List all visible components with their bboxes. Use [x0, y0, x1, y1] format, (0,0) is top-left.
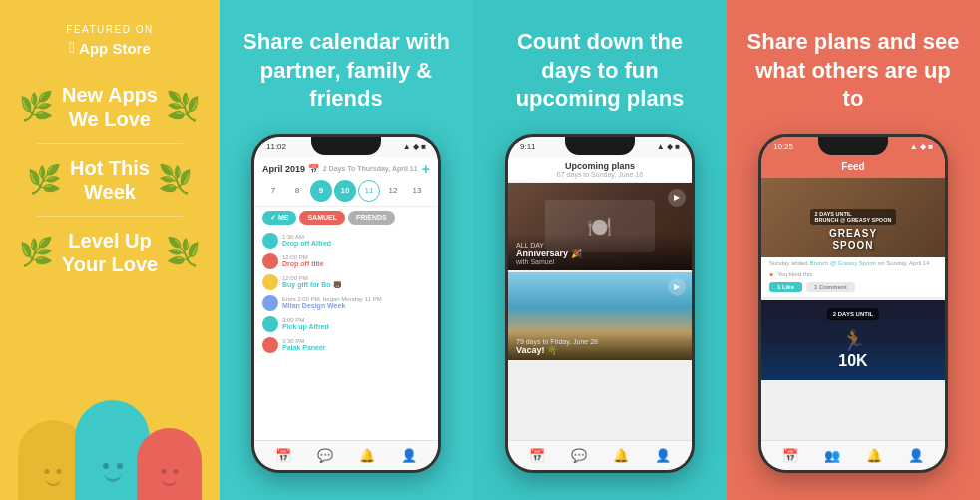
tab-samuel[interactable]: SAMUEL — [299, 211, 345, 225]
calendar-tabs: ✓ ME SAMUEL FRIENDS — [254, 207, 438, 229]
phone-screen-2: 11:02 ▲ ◆ ■ April 2019 📅 2 Days To Thurs… — [254, 137, 438, 470]
plan-arrow-2[interactable]: ▶ — [668, 278, 686, 296]
featured-on-label: FEATURED ON — [66, 24, 153, 35]
nav-calendar-icon[interactable]: 📅 — [275, 448, 291, 463]
apple-logo-icon:  — [69, 39, 75, 57]
event-title-4: Milan Design Week — [282, 302, 430, 309]
cal-day-7: 7 — [262, 180, 284, 202]
cal-day-12: 12 — [382, 180, 404, 202]
event-avatar-1 — [262, 233, 278, 249]
plan-arrow-1[interactable]: ▶ — [668, 189, 686, 207]
nav-user-icon[interactable]: 👤 — [401, 448, 417, 463]
laurel-left-3-icon: 🌿 — [19, 239, 54, 266]
running-image: 2 DAYS UNTIL 10K 🏃 — [761, 300, 945, 380]
event-5: 3:00 PM Pick up Alfred — [262, 316, 430, 332]
divider-1 — [37, 143, 183, 144]
arrow-icon-2: ▶ — [674, 282, 680, 291]
event-info-3: 12:00 PM Buy gift for Bo 🐻 — [282, 275, 430, 289]
phone-nav-2: 📅 💬 🔔 👤 — [254, 440, 438, 470]
tab-friends[interactable]: FRIENDS — [348, 211, 395, 225]
event-title-6: Palak Paneer — [282, 344, 430, 351]
app-store-row:  App Store — [69, 39, 151, 57]
panel-plans: Count down the days to fun upcoming plan… — [473, 0, 727, 500]
char-red — [137, 428, 202, 500]
plan-name-2: Vacay! 🌴 — [516, 345, 684, 355]
cal-month-label: April 2019 📅 — [262, 164, 319, 174]
phone-notch-2 — [311, 137, 381, 155]
heart-icon: ♥ — [769, 271, 773, 278]
cal-day-11[interactable]: 11 — [358, 180, 380, 202]
panel-calendar: Share calendar with partner, family & fr… — [220, 0, 473, 500]
cal-day-10[interactable]: 10 — [334, 180, 356, 202]
laurel-right-icon: 🌿 — [166, 93, 201, 121]
cal-month-row: April 2019 📅 2 Days To Thursday, April 1… — [262, 161, 430, 177]
feed-user-1: Sunday added — [769, 260, 809, 266]
award-new-apps: 🌿 New AppsWe Love 🌿 — [19, 83, 201, 131]
cal-day-9[interactable]: 9 — [310, 180, 332, 202]
phone-plans: 9:11 ▲ ◆ ■ Upcoming plans 67 days to Sun… — [505, 134, 695, 473]
panel-feed: Share plans and see what others are up t… — [727, 0, 980, 500]
event-1: 1:30 AM Drop off Alfred — [262, 233, 430, 249]
days-until-badge: 2 DAYS UNTILBrunch @ Greasy Spoon — [810, 209, 897, 225]
award-level-up-label: Level UpYour Love — [62, 229, 158, 276]
feed-image-1: 2 DAYS UNTILBrunch @ Greasy Spoon GREASY… — [761, 178, 945, 257]
signal-icons-4: ▲ ◆ ■ — [910, 142, 933, 151]
nav-feed-icon-4[interactable]: 👥 — [824, 448, 840, 463]
award-hot-week-label: Hot ThisWeek — [70, 156, 150, 204]
cal-days-row: 7 8 9 10 11 12 13 — [262, 180, 430, 202]
nav-bell-icon-3[interactable]: 🔔 — [613, 448, 629, 463]
nav-user-icon-3[interactable]: 👤 — [655, 448, 671, 463]
calendar-header: April 2019 📅 2 Days To Thursday, April 1… — [254, 157, 438, 207]
cal-add-icon[interactable]: + — [422, 161, 430, 177]
plans-subtitle: 67 days to Sunday, June 16 — [516, 171, 684, 178]
nav-bell-icon[interactable]: 🔔 — [359, 448, 375, 463]
signal-icons-3: ▲ ◆ ■ — [657, 142, 680, 151]
plans-header: Upcoming plans 67 days to Sunday, June 1… — [508, 157, 692, 183]
like-button-1[interactable]: 1 Like — [769, 282, 802, 292]
time-3: 9:11 — [520, 142, 536, 151]
nav-calendar-icon-3[interactable]: 📅 — [529, 448, 545, 463]
feed-date-1: on Sunday, April 14 — [876, 260, 929, 266]
phone-notch-3 — [565, 137, 635, 155]
plans-title: Upcoming plans — [516, 161, 684, 171]
phone-nav-3: 📅 💬 🔔 👤 — [508, 440, 692, 470]
calendar-events: 1:30 AM Drop off Alfred 12:00 PM Drop of… — [254, 229, 438, 362]
running-days-badge: 2 DAYS UNTIL — [827, 308, 879, 320]
panel-featured: FEATURED ON  App Store 🌿 New AppsWe Lov… — [0, 0, 220, 500]
event-title-1: Drop off Alfred — [282, 240, 430, 247]
nav-chat-icon[interactable]: 💬 — [317, 448, 333, 463]
characters-row — [0, 400, 220, 500]
event-title-2: Drop off title — [282, 260, 430, 267]
panel-3-headline: Count down the days to fun upcoming plan… — [489, 28, 711, 114]
arrow-icon-1: ▶ — [674, 193, 680, 202]
event-title-3: Buy gift for Bo 🐻 — [282, 281, 430, 289]
comment-button-1[interactable]: 1 Comment — [806, 282, 855, 292]
phone-nav-4: 📅 👥 🔔 👤 — [761, 440, 945, 470]
time-4: 10:25 — [773, 142, 793, 151]
divider-2 — [37, 216, 183, 217]
tab-me[interactable]: ✓ ME — [262, 211, 296, 225]
cal-date-indicator: 2 Days To Thursday, April 11 — [323, 165, 418, 172]
phone-screen-4: 10:25 ▲ ◆ ■ Feed 2 DAYS UNTILBrunch @ Gr… — [761, 137, 945, 470]
panel-2-headline: Share calendar with partner, family & fr… — [236, 28, 457, 114]
laurel-left-icon: 🌿 — [19, 93, 54, 121]
panel-4-headline: Share plans and see what others are up t… — [742, 28, 964, 114]
running-goal-text: 10K — [838, 352, 867, 370]
phone-screen-3: 9:11 ▲ ◆ ■ Upcoming plans 67 days to Sun… — [508, 137, 692, 470]
plan-days-1: ALL DAY — [516, 242, 684, 249]
app-store-label: App Store — [79, 40, 151, 57]
time-2: 11:02 — [266, 142, 286, 151]
nav-user-icon-4[interactable]: 👤 — [908, 448, 924, 463]
event-2: 12:00 PM Drop off title — [262, 253, 430, 269]
event-3: 12:00 PM Buy gift for Bo 🐻 — [262, 274, 430, 290]
event-info-6: 3:30 PM Palak Paneer — [282, 338, 430, 351]
nav-chat-icon-3[interactable]: 💬 — [571, 448, 587, 463]
nav-calendar-icon-4[interactable]: 📅 — [782, 448, 798, 463]
event-avatar-4 — [262, 295, 278, 311]
nav-bell-icon-4[interactable]: 🔔 — [866, 448, 882, 463]
cal-day-13: 13 — [406, 180, 428, 202]
signal-icons-2: ▲ ◆ ■ — [403, 142, 426, 151]
event-avatar-5 — [262, 316, 278, 332]
phone-calendar: 11:02 ▲ ◆ ■ April 2019 📅 2 Days To Thurs… — [251, 134, 441, 473]
feed-link-1[interactable]: Brunch @ Greasy Spoon — [809, 260, 876, 266]
